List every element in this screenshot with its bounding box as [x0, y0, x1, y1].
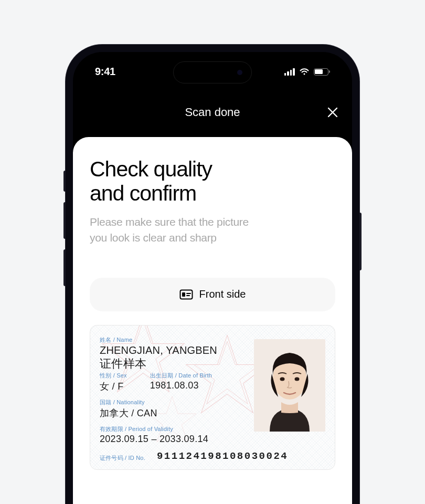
- side-indicator-label: Front side: [199, 288, 246, 300]
- id-fields: 姓名 / Name ZHENGJIAN, YANGBEN 证件样本 性别 / S…: [100, 336, 246, 445]
- id-nationality-label: 国籍 / Nationality: [100, 398, 246, 406]
- id-nationality-value: 加拿大 / CAN: [100, 407, 246, 419]
- svg-point-7: [295, 377, 300, 381]
- id-validity-value: 2023.09.15 – 2033.09.14: [100, 434, 246, 445]
- power-button: [359, 213, 362, 270]
- page-subtitle: Please make sure that the picture you lo…: [90, 214, 335, 246]
- phone-screen: 9:41 Scan done: [73, 52, 352, 504]
- status-time: 9:41: [95, 66, 115, 78]
- app-header: Scan done: [73, 99, 352, 125]
- phone-frame: 9:41 Scan done: [66, 45, 359, 504]
- id-validity-label: 有效期限 / Period of Validity: [100, 425, 246, 433]
- volume-down-button: [63, 249, 66, 286]
- svg-point-6: [280, 377, 285, 381]
- status-icons: [284, 68, 331, 76]
- id-name-cn: 证件样本: [100, 356, 246, 372]
- id-name-value: ZHENGJIAN, YANGBEN: [100, 344, 246, 356]
- page-title: Check quality and confirm: [90, 157, 335, 206]
- id-dob-value: 1981.08.03: [150, 380, 212, 391]
- header-title: Scan done: [185, 106, 240, 119]
- id-dob-label: 出生日期 / Date of Birth: [150, 372, 212, 380]
- wifi-icon: [299, 68, 310, 76]
- id-card-icon: [179, 289, 193, 300]
- close-icon: [327, 107, 338, 118]
- id-number-value: 911124198108030024: [157, 450, 288, 462]
- id-name-label: 姓名 / Name: [100, 336, 246, 344]
- cellular-signal-icon: [284, 68, 295, 76]
- id-card-preview[interactable]: 姓名 / Name ZHENGJIAN, YANGBEN 证件样本 性别 / S…: [90, 325, 335, 470]
- svg-rect-1: [182, 292, 185, 297]
- id-sex-label: 性别 / Sex: [100, 372, 127, 380]
- svg-rect-0: [180, 290, 192, 299]
- content-sheet: Check quality and confirm Please make su…: [73, 137, 352, 504]
- dynamic-island: [173, 61, 252, 83]
- silent-switch: [63, 171, 66, 192]
- id-sex-value: 女 / F: [100, 380, 127, 393]
- battery-icon: [314, 68, 331, 76]
- side-indicator[interactable]: Front side: [90, 278, 335, 311]
- id-photo: [254, 339, 325, 432]
- id-number-label: 证件号码 / ID No.: [100, 454, 145, 462]
- close-button[interactable]: [327, 107, 338, 118]
- volume-up-button: [63, 202, 66, 239]
